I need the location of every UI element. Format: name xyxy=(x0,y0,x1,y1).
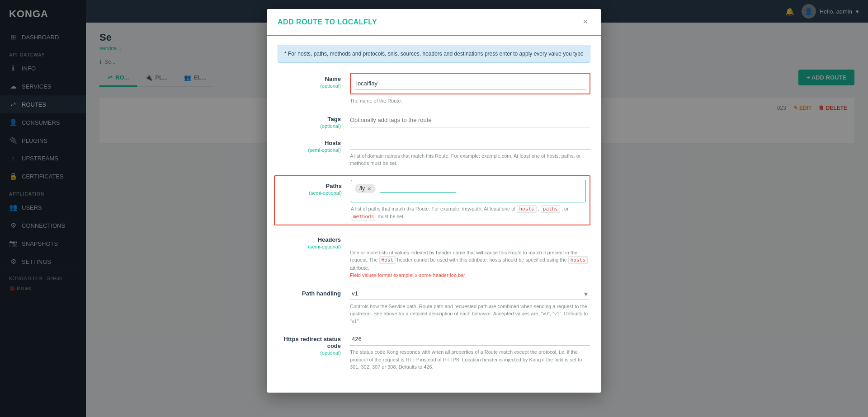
modal-info-banner: * For hosts, paths, methods and protocol… xyxy=(278,45,590,63)
paths-input-col: /ly × A list of paths that match this Ro… xyxy=(351,180,586,221)
path-handling-select-wrapper: v0 v1 xyxy=(350,287,590,300)
tags-input-col xyxy=(350,113,590,127)
headers-hint-host-code: Host xyxy=(379,256,396,264)
paths-tag: /ly × xyxy=(355,184,376,193)
https-redirect-input-col: The status code Kong responds with when … xyxy=(350,333,590,371)
headers-field-row: Headers (semi-optional) One or more list… xyxy=(278,234,590,279)
paths-field-row: Paths (semi-optional) /ly × A list of pa… xyxy=(274,175,590,225)
headers-format-hint: Field values format example: x-some-head… xyxy=(350,272,465,278)
tags-label-col: Tags (optional) xyxy=(278,113,350,129)
hosts-label: Hosts xyxy=(278,140,341,146)
hosts-sublabel: (semi-optional) xyxy=(278,147,341,153)
modal-add-route: ADD ROUTE TO LOCALFLY × * For hosts, pat… xyxy=(267,9,601,393)
modal-header: ADD ROUTE TO LOCALFLY × xyxy=(267,9,601,36)
modal-title: ADD ROUTE TO LOCALFLY xyxy=(278,18,377,26)
path-handling-hint: Controls how the Service path, Route pat… xyxy=(350,303,590,325)
https-redirect-field-row: Https redirect status code (optional) Th… xyxy=(278,333,590,371)
path-handling-field-row: Path handling v0 v1 Controls how the Ser… xyxy=(278,287,590,325)
headers-input-col: One or more lists of values indexed by h… xyxy=(350,234,590,279)
tags-field-row: Tags (optional) xyxy=(278,113,590,129)
paths-tag-value: /ly xyxy=(359,185,365,192)
paths-hint-hosts-code: hosts xyxy=(517,205,536,213)
https-redirect-hint: The status code Kong responds with when … xyxy=(350,348,590,371)
paths-hint-paths-code: paths xyxy=(541,205,560,213)
hosts-field-row: Hosts (semi-optional) A list of domain n… xyxy=(278,137,590,167)
paths-label-col: Paths (semi-optional) xyxy=(278,180,351,196)
https-redirect-label: Https redirect status code xyxy=(278,336,341,349)
path-handling-select-col: v0 v1 Controls how the Service path, Rou… xyxy=(350,287,590,325)
https-redirect-sublabel: (optional) xyxy=(278,350,341,356)
paths-hint: A list of paths that match this Route. F… xyxy=(351,205,586,221)
headers-label: Headers xyxy=(278,236,341,243)
paths-sublabel: (semi-optional) xyxy=(278,190,342,196)
modal-overlay: ADD ROUTE TO LOCALFLY × * For hosts, pat… xyxy=(0,0,868,417)
tags-label: Tags xyxy=(278,116,341,122)
modal-close-button[interactable]: × xyxy=(580,16,590,28)
path-handling-select[interactable]: v0 v1 xyxy=(350,287,590,300)
paths-tag-field[interactable]: /ly × xyxy=(351,180,586,202)
hosts-input[interactable] xyxy=(350,137,590,150)
headers-hint-hosts-code: hosts xyxy=(568,256,588,264)
paths-label: Paths xyxy=(278,183,342,189)
headers-hint: One or more lists of values indexed by h… xyxy=(350,249,590,279)
name-field-row: Name (optional) The name of the Route. xyxy=(278,73,590,105)
paths-input[interactable] xyxy=(380,184,456,193)
tags-sublabel: (optional) xyxy=(278,123,341,129)
headers-sublabel: (semi-optional) xyxy=(278,244,341,249)
headers-label-col: Headers (semi-optional) xyxy=(278,234,350,249)
tags-input[interactable] xyxy=(350,115,590,125)
name-label-col: Name (optional) xyxy=(278,73,350,89)
name-hint: The name of the Route. xyxy=(350,97,590,105)
tags-input-wrapper xyxy=(350,113,590,127)
headers-input[interactable] xyxy=(350,234,590,246)
path-handling-label-col: Path handling xyxy=(278,287,350,297)
modal-body: * For hosts, paths, methods and protocol… xyxy=(267,36,601,393)
hosts-input-col: A list of domain names that match this R… xyxy=(350,137,590,167)
path-handling-label: Path handling xyxy=(278,290,341,297)
name-sublabel: (optional) xyxy=(278,83,341,89)
paths-tag-remove-button[interactable]: × xyxy=(368,185,371,192)
name-input-col: The name of the Route. xyxy=(350,73,590,105)
hosts-label-col: Hosts (semi-optional) xyxy=(278,137,350,153)
hosts-hint: A list of domain names that match this R… xyxy=(350,152,590,167)
name-label: Name xyxy=(278,75,341,82)
paths-hint-methods-code: methods xyxy=(351,213,376,220)
name-field-highlight xyxy=(350,73,590,94)
https-redirect-label-col: Https redirect status code (optional) xyxy=(278,333,350,356)
name-input[interactable] xyxy=(354,77,586,90)
https-redirect-input[interactable] xyxy=(350,333,590,346)
